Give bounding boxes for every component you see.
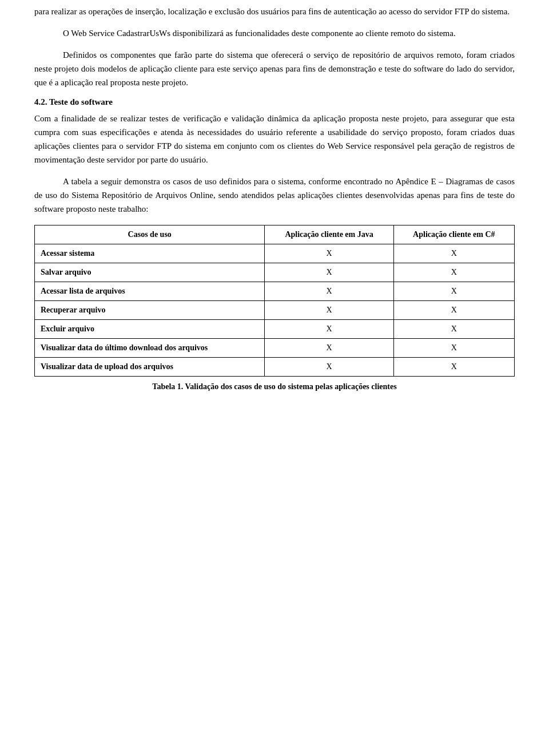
table-row: Visualizar data de upload dos arquivosXX: [35, 358, 515, 377]
table-row: Visualizar data do último download dos a…: [35, 339, 515, 358]
table-cell-use-case: Visualizar data de upload dos arquivos: [35, 358, 265, 377]
table-cell-java: X: [265, 339, 393, 358]
table-cell-use-case: Acessar sistema: [35, 244, 265, 263]
section-number: 4.2.: [34, 97, 47, 106]
col-header-2: Aplicação cliente em Java: [265, 225, 393, 244]
table-cell-use-case: Acessar lista de arquivos: [35, 282, 265, 301]
table-cell-csharp: X: [393, 358, 514, 377]
paragraph-3: Definidos os componentes que farão parte…: [34, 48, 515, 89]
page-content: para realizar as operações de inserção, …: [34, 0, 515, 411]
table-cell-use-case: Excluir arquivo: [35, 320, 265, 339]
table-cell-java: X: [265, 244, 393, 263]
table-cell-csharp: X: [393, 339, 514, 358]
table-cell-java: X: [265, 301, 393, 320]
table-cell-java: X: [265, 320, 393, 339]
table-cell-use-case: Salvar arquivo: [35, 263, 265, 282]
table-row: Acessar lista de arquivosXX: [35, 282, 515, 301]
paragraph-4: Com a finalidade de se realizar testes d…: [34, 112, 515, 167]
table-caption: Tabela 1. Validação dos casos de uso do …: [34, 382, 515, 391]
table-row: Excluir arquivoXX: [35, 320, 515, 339]
table-cell-use-case: Visualizar data do último download dos a…: [35, 339, 265, 358]
table-cell-use-case: Recuperar arquivo: [35, 301, 265, 320]
table-header-row: Casos de uso Aplicação cliente em Java A…: [35, 225, 515, 244]
paragraph-2: O Web Service CadastrarUsWs disponibiliz…: [34, 26, 515, 40]
table-cell-csharp: X: [393, 282, 514, 301]
paragraph-1: para realizar as operações de inserção, …: [34, 5, 515, 18]
table-cell-java: X: [265, 358, 393, 377]
table-cell-csharp: X: [393, 244, 514, 263]
col-header-1: Casos de uso: [35, 225, 265, 244]
paragraph-5: A tabela a seguir demonstra os casos de …: [34, 175, 515, 216]
table-cell-java: X: [265, 263, 393, 282]
col-header-3: Aplicação cliente em C#: [393, 225, 514, 244]
table-row: Salvar arquivoXX: [35, 263, 515, 282]
table-row: Acessar sistemaXX: [35, 244, 515, 263]
section-heading-42: 4.2. Teste do software: [34, 97, 515, 107]
table-cell-csharp: X: [393, 320, 514, 339]
use-case-table: Casos de uso Aplicação cliente em Java A…: [34, 225, 515, 377]
table-cell-csharp: X: [393, 263, 514, 282]
table-row: Recuperar arquivoXX: [35, 301, 515, 320]
table-cell-java: X: [265, 282, 393, 301]
section-title-text: Teste do software: [49, 97, 113, 106]
table-cell-csharp: X: [393, 301, 514, 320]
